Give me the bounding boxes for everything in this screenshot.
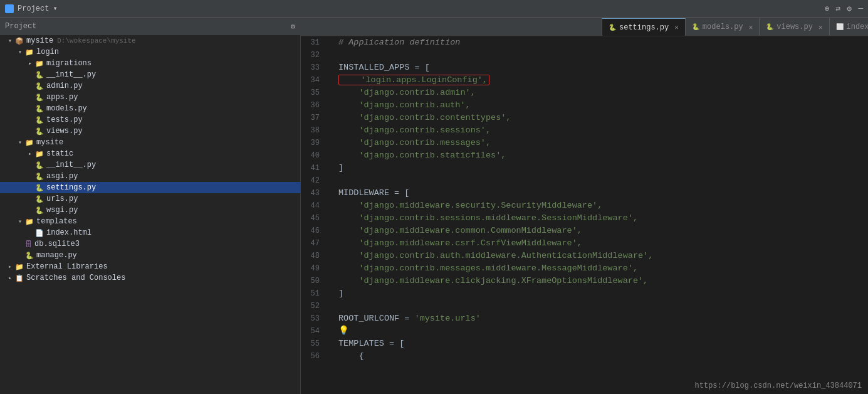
tree-item-17[interactable]: 📄index.html (0, 227, 300, 238)
code-line-44: 44 'django.middleware.security.SecurityM… (301, 200, 868, 212)
code-line-51: 51] (301, 287, 868, 300)
bulb-icon[interactable]: 💡 (338, 326, 349, 336)
code-line-35: 35 'django.contrib.admin', (301, 87, 868, 99)
line-number-54: 54 (301, 325, 326, 338)
line-content-43[interactable]: MIDDLEWARE = [ (326, 187, 868, 200)
line-content-49[interactable]: 'django.contrib.messages.middleware.Mess… (326, 262, 868, 275)
sidebar-gear-icon[interactable]: ⚙ (291, 22, 295, 31)
tree-item-4[interactable]: 🐍admin.py (0, 80, 300, 92)
sync-icon[interactable]: ⇄ (836, 4, 841, 14)
line-content-46[interactable]: 'django.middleware.common.CommonMiddlewa… (326, 225, 868, 237)
tab-close-settings[interactable]: ✕ (674, 23, 679, 31)
tree-arrow-1[interactable]: ▾ (15, 48, 25, 56)
code-line-32: 32 (301, 49, 868, 61)
line-content-53[interactable]: ROOT_URLCONF = 'mysite.urls' (326, 312, 868, 325)
tree-label-17: index.html (46, 228, 92, 237)
tab-views[interactable]: 🐍views.py✕ (760, 18, 829, 36)
tree-item-9[interactable]: ▾📁mysite (0, 137, 300, 148)
tree-label-2: migrations (46, 59, 92, 68)
line-content-44[interactable]: 'django.middleware.security.SecurityMidd… (326, 200, 868, 212)
tree-item-13[interactable]: 🐍settings.py (0, 182, 300, 193)
line-content-48[interactable]: 'django.contrib.auth.middleware.Authenti… (326, 250, 868, 262)
line-content-37[interactable]: 'django.contrib.contenttypes', (326, 112, 868, 124)
line-content-36[interactable]: 'django.contrib.auth', (326, 99, 868, 112)
tree-label-19: manage.py (36, 251, 77, 260)
line-content-54[interactable]: 💡 (326, 325, 868, 338)
tree-arrow-9[interactable]: ▾ (15, 139, 25, 146)
tree-item-7[interactable]: 🐍tests.py (0, 114, 300, 125)
tree-item-21[interactable]: ▸📋Scratches and Consoles (0, 272, 300, 284)
tree-arrow-20[interactable]: ▸ (5, 263, 15, 270)
line-content-34[interactable]: 'login.apps.LoginConfig', (326, 74, 868, 87)
add-icon[interactable]: ⊕ (825, 4, 830, 14)
code-line-53: 53ROOT_URLCONF = 'mysite.urls' (301, 312, 868, 325)
tab-icon-index: ⬜ (836, 23, 844, 31)
code-line-48: 48 'django.contrib.auth.middleware.Authe… (301, 250, 868, 262)
line-content-31[interactable]: # Application definition (326, 36, 868, 49)
tab-settings[interactable]: 🐍settings.py✕ (602, 18, 686, 36)
line-content-41[interactable]: ] (326, 162, 868, 174)
line-number-52: 52 (301, 300, 326, 312)
code-line-45: 45 'django.contrib.sessions.middleware.S… (301, 212, 868, 225)
line-content-51[interactable]: ] (326, 287, 868, 300)
title-dropdown-icon[interactable]: ▾ (53, 4, 57, 13)
tree-label-20: External Libraries (26, 262, 108, 271)
tree-icon-11: 🐍 (35, 161, 44, 169)
minimize-icon[interactable]: — (858, 4, 863, 14)
tree-item-0[interactable]: ▾📦mysiteD:\wokespace\mysite (0, 35, 300, 46)
tree-item-2[interactable]: ▸📁migrations (0, 58, 300, 69)
tree-icon-4: 🐍 (35, 82, 44, 90)
tab-models[interactable]: 🐍models.py✕ (686, 18, 760, 36)
code-line-50: 50 'django.middleware.clickjacking.XFram… (301, 275, 868, 287)
tree-item-16[interactable]: ▾📁templates (0, 216, 300, 227)
tree-icon-6: 🐍 (35, 105, 44, 113)
tree-item-5[interactable]: 🐍apps.py (0, 92, 300, 103)
tree-item-3[interactable]: 🐍__init__.py (0, 69, 300, 80)
tree-item-12[interactable]: 🐍asgi.py (0, 171, 300, 182)
tab-index[interactable]: ⬜index.html✕ (830, 18, 868, 36)
tree-label-7: tests.py (46, 115, 83, 124)
line-content-45[interactable]: 'django.contrib.sessions.middleware.Sess… (326, 212, 868, 225)
tree-arrow-2[interactable]: ▸ (25, 60, 35, 67)
line-number-41: 41 (301, 162, 326, 174)
tree-arrow-21[interactable]: ▸ (5, 274, 15, 282)
tree-item-1[interactable]: ▾📁login (0, 46, 300, 58)
code-line-56: 56 { (301, 350, 868, 363)
line-content-47[interactable]: 'django.middleware.csrf.CsrfViewMiddlewa… (326, 237, 868, 250)
line-content-39[interactable]: 'django.contrib.messages', (326, 137, 868, 149)
code-line-49: 49 'django.contrib.messages.middleware.M… (301, 262, 868, 275)
tree-item-6[interactable]: 🐍models.py (0, 103, 300, 114)
tree-item-8[interactable]: 🐍views.py (0, 125, 300, 137)
tree-item-11[interactable]: 🐍__init__.py (0, 159, 300, 171)
code-editor[interactable]: 31# Application definition3233INSTALLED_… (301, 36, 868, 394)
line-number-48: 48 (301, 250, 326, 262)
tree-item-18[interactable]: 🗄db.sqlite3 (0, 238, 300, 250)
tree-item-20[interactable]: ▸📁External Libraries (0, 261, 300, 272)
line-content-35[interactable]: 'django.contrib.admin', (326, 87, 868, 99)
tree-item-10[interactable]: ▸📁static (0, 148, 300, 159)
line-content-38[interactable]: 'django.contrib.sessions', (326, 124, 868, 137)
line-content-33[interactable]: INSTALLED_APPS = [ (326, 61, 868, 74)
tree-item-14[interactable]: 🐍urls.py (0, 193, 300, 205)
tree-label-5: apps.py (46, 93, 78, 102)
line-content-50[interactable]: 'django.middleware.clickjacking.XFrameOp… (326, 275, 868, 287)
line-content-40[interactable]: 'django.contrib.staticfiles', (326, 149, 868, 162)
tree-icon-1: 📁 (25, 48, 34, 56)
tree-arrow-16[interactable]: ▾ (15, 218, 25, 225)
tree-label-15: wsgi.py (46, 206, 78, 215)
line-content-42[interactable] (326, 174, 868, 187)
tree-arrow-0[interactable]: ▾ (5, 37, 15, 45)
line-number-31: 31 (301, 36, 326, 49)
tree-arrow-10[interactable]: ▸ (25, 150, 35, 157)
tree-item-15[interactable]: 🐍wsgi.py (0, 205, 300, 216)
tree-icon-16: 📁 (25, 218, 34, 226)
settings-icon[interactable]: ⚙ (847, 4, 852, 14)
tab-close-models[interactable]: ✕ (749, 23, 753, 31)
tab-close-views[interactable]: ✕ (818, 23, 823, 31)
tree-item-19[interactable]: 🐍manage.py (0, 250, 300, 261)
line-content-52[interactable] (326, 300, 868, 312)
line-content-56[interactable]: { (326, 350, 868, 363)
title-bar-left: Project ▾ (5, 4, 58, 13)
line-content-32[interactable] (326, 49, 868, 61)
line-content-55[interactable]: TEMPLATES = [ (326, 338, 868, 350)
